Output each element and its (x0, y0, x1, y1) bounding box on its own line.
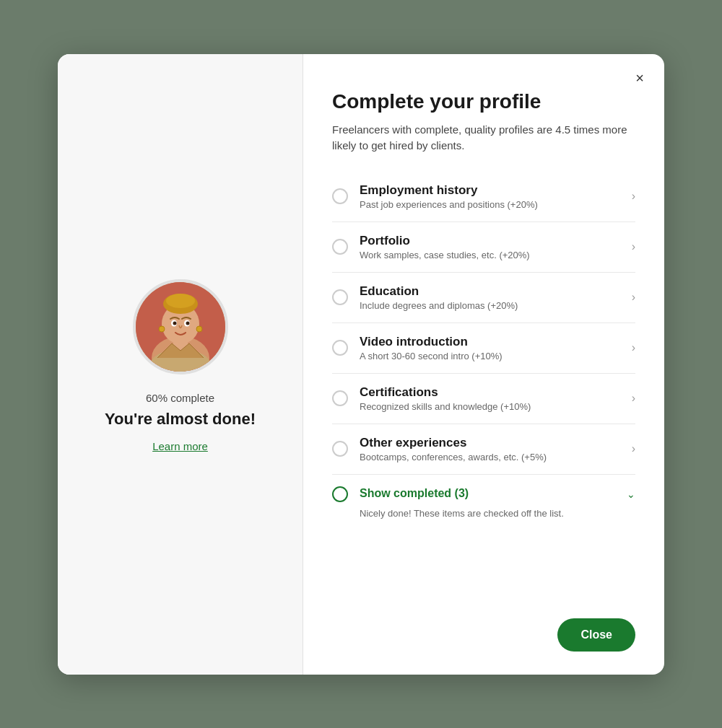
item-subtitle-education: Include degrees and diplomas (+20%) (360, 300, 626, 311)
item-subtitle-certifications: Recognized skills and knowledge (+10%) (360, 401, 626, 412)
chevron-right-icon-other: › (632, 442, 635, 455)
item-content-video: Video introduction A short 30-60 second … (360, 335, 626, 361)
show-completed-row[interactable]: Show completed (3) ⌄ (332, 475, 635, 508)
item-title-video: Video introduction (360, 335, 626, 349)
progress-percent: 60% complete (146, 392, 214, 404)
chevron-right-icon-video: › (632, 341, 635, 354)
close-x-button[interactable]: × (628, 67, 651, 90)
item-title-employment: Employment history (360, 183, 626, 198)
list-item-employment[interactable]: Employment history Past job experiences … (332, 172, 635, 222)
panel-title: Complete your profile (332, 90, 635, 113)
chevron-right-icon-portfolio: › (632, 240, 635, 253)
list-item-portfolio[interactable]: Portfolio Work samples, case studies, et… (332, 222, 635, 273)
close-button[interactable]: Close (557, 618, 635, 652)
item-radio-certifications (332, 390, 348, 406)
list-item-video[interactable]: Video introduction A short 30-60 second … (332, 323, 635, 374)
item-content-completed: Show completed (3) (360, 487, 622, 501)
item-subtitle-employment: Past job experiences and positions (+20%… (360, 199, 626, 210)
avatar (136, 282, 225, 372)
item-radio-video (332, 340, 348, 356)
svg-point-13 (186, 321, 189, 325)
item-content-education: Education Include degrees and diplomas (… (360, 284, 626, 311)
item-radio-portfolio (332, 239, 348, 255)
list-item-certifications[interactable]: Certifications Recognized skills and kno… (332, 374, 635, 424)
item-subtitle-other: Bootcamps, conferences, awards, etc. (+5… (360, 452, 626, 462)
list-item-other[interactable]: Other experiences Bootcamps, conferences… (332, 424, 635, 475)
item-content-portfolio: Portfolio Work samples, case studies, et… (360, 234, 626, 260)
svg-point-14 (159, 326, 165, 332)
modal-footer: Close (332, 613, 635, 652)
item-content-employment: Employment history Past job experiences … (360, 183, 626, 210)
svg-point-12 (173, 321, 176, 325)
chevron-right-icon-education: › (632, 291, 635, 304)
chevron-right-icon-employment: › (632, 190, 635, 203)
svg-point-15 (196, 326, 202, 332)
item-title-certifications: Certifications (360, 385, 626, 400)
item-radio-other (332, 441, 348, 457)
learn-more-link[interactable]: Learn more (152, 440, 208, 452)
item-content-other: Other experiences Bootcamps, conferences… (360, 436, 626, 462)
tagline: You're almost done! (105, 410, 256, 429)
item-title-portfolio: Portfolio (360, 234, 626, 248)
item-radio-education (332, 289, 348, 305)
avatar-container (130, 276, 231, 377)
items-list: Employment history Past job experiences … (332, 172, 635, 601)
item-title-education: Education (360, 284, 626, 299)
left-panel: 60% complete You're almost done! Learn m… (58, 54, 303, 675)
item-title-other: Other experiences (360, 436, 626, 450)
show-completed-label: Show completed (3) (360, 487, 622, 500)
svg-point-9 (166, 294, 195, 308)
item-content-certifications: Certifications Recognized skills and kno… (360, 385, 626, 412)
profile-completion-modal: 60% complete You're almost done! Learn m… (58, 54, 664, 675)
panel-subtitle: Freelancers with complete, quality profi… (332, 122, 635, 154)
chevron-right-icon-certifications: › (632, 392, 635, 405)
item-radio-completed (332, 486, 348, 502)
list-item-education[interactable]: Education Include degrees and diplomas (… (332, 273, 635, 323)
chevron-down-icon: ⌄ (627, 488, 635, 500)
item-subtitle-video: A short 30-60 second intro (+10%) (360, 351, 626, 361)
item-subtitle-portfolio: Work samples, case studies, etc. (+20%) (360, 250, 626, 260)
nicely-done-text: Nicely done! These items are checked off… (332, 508, 635, 525)
right-panel: × Complete your profile Freelancers with… (303, 54, 664, 675)
item-radio-employment (332, 188, 348, 204)
